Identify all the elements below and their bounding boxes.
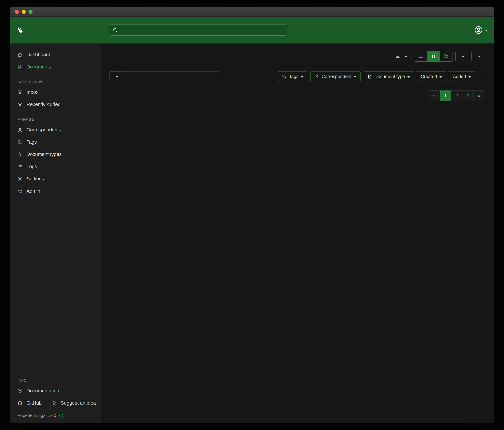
sidebar-item-label: Logs bbox=[27, 164, 37, 169]
sidebar-item-document-types[interactable]: Document types bbox=[10, 148, 101, 160]
tag-icon bbox=[18, 140, 22, 145]
filter-correspondent-button[interactable]: Correspondent bbox=[310, 71, 361, 82]
view-toggle bbox=[414, 51, 453, 62]
main-content: TagsCorrespondentDocument typeCreatedAdd… bbox=[101, 44, 494, 423]
filter-created-button[interactable]: Created bbox=[417, 71, 446, 82]
sidebar-item-tags[interactable]: Tags bbox=[10, 136, 101, 148]
sidebar-links-row: GitHubSuggest an idea bbox=[10, 397, 101, 409]
close-window-button[interactable] bbox=[15, 10, 19, 14]
sidebar-item-label: Document types bbox=[27, 151, 62, 157]
traffic-lights bbox=[15, 10, 33, 14]
filter-button-label: Correspondent bbox=[322, 74, 351, 79]
search-icon bbox=[113, 28, 118, 33]
documents-icon bbox=[367, 74, 372, 79]
filter-dropdowns: TagsCorrespondentDocument typeCreatedAdd… bbox=[278, 71, 475, 82]
funnel-icon bbox=[18, 102, 22, 107]
sidebar-item-label: Suggest an idea bbox=[61, 400, 96, 406]
sidebar-footer: INFODocumentationGitHubSuggest an ideaPa… bbox=[10, 372, 101, 418]
sidebar-item-dashboard[interactable]: Dashboard bbox=[10, 48, 101, 61]
sidebar-section-label: SAVED VIEWS bbox=[10, 73, 101, 86]
caret-down-icon bbox=[354, 76, 356, 78]
filter-added-button[interactable]: Added bbox=[449, 71, 475, 82]
sidebar-section-label: INFO bbox=[10, 372, 101, 385]
filter-button-label: Tags bbox=[289, 74, 299, 79]
sidebar-item-github[interactable]: GitHub bbox=[10, 397, 49, 409]
sort-button[interactable] bbox=[455, 51, 469, 61]
caret-down-icon bbox=[439, 76, 442, 78]
filter-button-label: Created bbox=[421, 74, 437, 79]
sidebar-item-suggest-an-idea[interactable]: Suggest an idea bbox=[49, 397, 101, 409]
page-next-button[interactable]: » bbox=[474, 91, 485, 101]
sidebar-item-label: Settings bbox=[27, 176, 44, 182]
checklist-icon bbox=[395, 54, 400, 59]
content-header bbox=[109, 51, 485, 62]
funnel-icon bbox=[18, 90, 22, 95]
sidebar-item-label: Inbox bbox=[27, 89, 38, 95]
sidebar-item-recently-added[interactable]: Recently Added bbox=[10, 98, 101, 111]
lightbulb-icon bbox=[52, 401, 57, 406]
documents-icon bbox=[18, 65, 22, 69]
sidebar-item-label: GitHub bbox=[27, 400, 42, 406]
sidebar-section-label: MANAGE bbox=[10, 111, 101, 124]
sidebar-item-label: Tags bbox=[27, 139, 37, 145]
github-icon bbox=[18, 401, 22, 406]
hash-icon bbox=[18, 152, 22, 157]
caret-down-icon bbox=[301, 76, 304, 78]
gear-icon bbox=[18, 176, 22, 181]
title-content-filter-input[interactable] bbox=[123, 71, 220, 82]
list-view-button[interactable] bbox=[414, 51, 427, 61]
page-3-button[interactable]: 3 bbox=[462, 91, 474, 101]
search-bar bbox=[109, 25, 287, 36]
main-area: DashboardDocumentsSAVED VIEWSInboxRecent… bbox=[10, 44, 494, 423]
sidebar-item-label: Documentation bbox=[27, 388, 59, 393]
app-version-text: Paperless-ngx 1.7.0 bbox=[18, 413, 56, 418]
results-header: «123» bbox=[109, 91, 485, 101]
grid-view-button[interactable] bbox=[427, 51, 440, 61]
sidebar-item-label: Dashboard bbox=[27, 52, 50, 57]
caret-down-icon bbox=[116, 76, 118, 78]
paperless-logo-icon bbox=[17, 26, 24, 34]
person-icon bbox=[315, 74, 319, 79]
sidebar-item-logs[interactable]: Logs bbox=[10, 160, 101, 173]
filter-document-type-button[interactable]: Document type bbox=[363, 71, 414, 82]
user-menu[interactable] bbox=[474, 26, 487, 34]
sidebar-item-inbox[interactable]: Inbox bbox=[10, 86, 101, 98]
sidebar-item-documents[interactable]: Documents bbox=[10, 61, 101, 73]
select-button[interactable] bbox=[391, 51, 412, 61]
sidebar-item-label: Documents bbox=[27, 64, 51, 70]
sidebar-item-correspondents[interactable]: Correspondents bbox=[10, 124, 101, 136]
sidebar-item-settings[interactable]: Settings bbox=[10, 173, 101, 185]
caret-down-icon bbox=[468, 76, 471, 78]
page-1-button[interactable]: 1 bbox=[440, 91, 451, 101]
sidebar: DashboardDocumentsSAVED VIEWSInboxRecent… bbox=[10, 44, 101, 423]
toolbar bbox=[391, 51, 485, 62]
home-icon bbox=[18, 52, 22, 57]
filter-button-label: Document type bbox=[374, 74, 405, 79]
pagination: «123» bbox=[429, 91, 485, 101]
zoom-window-button[interactable] bbox=[28, 10, 33, 14]
filter-tags-button[interactable]: Tags bbox=[278, 71, 308, 82]
question-icon bbox=[18, 388, 22, 393]
title-content-filter-button[interactable] bbox=[109, 71, 123, 82]
app-header bbox=[10, 17, 494, 44]
minimize-window-button[interactable] bbox=[22, 10, 26, 14]
views-button[interactable] bbox=[471, 51, 485, 61]
filter-bar: TagsCorrespondentDocument typeCreatedAdd… bbox=[109, 71, 485, 82]
sidebar-item-admin[interactable]: Admin bbox=[10, 185, 101, 197]
search-input[interactable] bbox=[120, 27, 284, 33]
person-icon bbox=[18, 127, 22, 132]
tag-icon bbox=[282, 74, 287, 79]
caret-down-icon bbox=[478, 56, 481, 57]
reset-filters-button[interactable] bbox=[479, 74, 485, 79]
admin-icon bbox=[18, 189, 22, 194]
sidebar-nav: DashboardDocumentsSAVED VIEWSInboxRecent… bbox=[10, 48, 101, 197]
info-icon[interactable] bbox=[59, 413, 63, 418]
titlebar bbox=[10, 7, 494, 17]
logs-icon bbox=[18, 164, 22, 169]
page-prev-button[interactable]: « bbox=[429, 91, 440, 101]
page-2-button[interactable]: 2 bbox=[451, 91, 462, 101]
detail-view-button[interactable] bbox=[440, 51, 452, 61]
sidebar-item-documentation[interactable]: Documentation bbox=[10, 385, 101, 397]
app-brand[interactable] bbox=[17, 26, 109, 34]
sidebar-item-label: Recently Added bbox=[27, 102, 61, 107]
